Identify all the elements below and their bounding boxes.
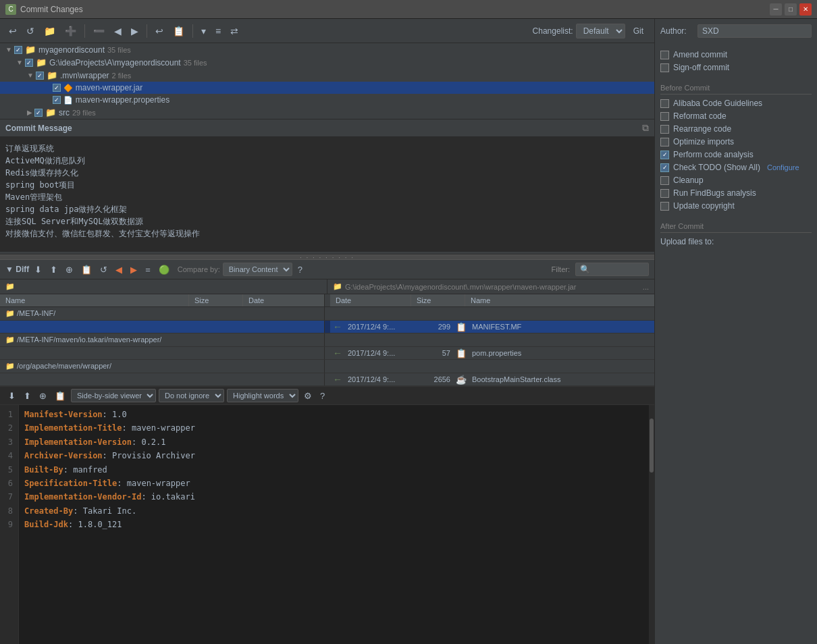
toolbar-refresh[interactable]: ↩: [5, 24, 20, 38]
code-scrollbar-thumb[interactable]: [650, 419, 654, 473]
manifest-left-size: [189, 321, 243, 333]
toolbar-separator-2: [147, 24, 147, 38]
center-divider-manifest: [325, 321, 330, 333]
reformat-label: Reformat code: [673, 111, 727, 121]
cv-up-btn[interactable]: ⬆: [21, 390, 34, 402]
checktodo-checkbox[interactable]: ✓: [660, 163, 669, 172]
pom-left-date: [243, 347, 324, 359]
side-by-side-select[interactable]: Side-by-side viewer: [71, 389, 156, 402]
findbugs-checkbox[interactable]: [660, 189, 669, 198]
table-row-manifest[interactable]: ← 2017/12/4 9:... 299 📋 MANIFEST.MF: [0, 321, 654, 333]
copyright-checkbox[interactable]: [660, 202, 669, 211]
line-num-6: 6: [5, 477, 13, 490]
path-more-button[interactable]: ...: [643, 283, 649, 291]
meta-inf-size-left: [189, 307, 243, 320]
toolbar-undo[interactable]: ↩: [152, 24, 167, 38]
author-input[interactable]: [697, 24, 812, 38]
table-row-maven[interactable]: 📁 /META-INF/maven/io.takari/maven-wrappe…: [0, 333, 654, 347]
amend-commit-checkbox[interactable]: [660, 51, 669, 59]
optimize-label: Optimize imports: [673, 137, 734, 146]
maven-size-left: [189, 333, 243, 346]
code-scrollbar[interactable]: [649, 405, 654, 644]
filter-input[interactable]: [590, 265, 644, 273]
diff-down-btn[interactable]: ⬇: [32, 263, 45, 276]
cv-help-btn[interactable]: ?: [317, 390, 327, 402]
checkbox-myagenordiscount[interactable]: ✓: [14, 46, 22, 54]
after-commit-title: After Commit: [660, 222, 812, 233]
commit-message-textarea[interactable]: 订单返现系统 ActiveMQ做消息队列 Redis做缓存持久化 spring …: [0, 137, 654, 252]
cv-copy-btn[interactable]: 📋: [52, 390, 68, 402]
copy-commit-message-button[interactable]: ⧉: [642, 122, 649, 134]
ignore-select[interactable]: Do not ignore: [159, 389, 224, 402]
toolbar-remove[interactable]: ➖: [90, 24, 108, 38]
toolbar-prev[interactable]: ◀: [111, 24, 125, 38]
tree-item-maven-wrapper-jar[interactable]: ✓ 🔶 maven-wrapper.jar: [0, 82, 654, 94]
toolbar-swap[interactable]: ⇄: [227, 24, 242, 38]
minimize-button[interactable]: ─: [770, 3, 782, 16]
tree-label-props: maven-wrapper.properties: [76, 95, 169, 105]
table-row-pom[interactable]: ← 2017/12/4 9:... 57 📋 pom.properties: [0, 347, 654, 360]
toolbar-folder[interactable]: 📁: [41, 24, 59, 38]
table-row-meta-inf[interactable]: 📁 /META-INF/: [0, 307, 654, 321]
table-row-org-apache[interactable]: 📁 /org/apache/maven/wrapper/: [0, 360, 654, 373]
compare-by-select[interactable]: Binary Content: [223, 263, 292, 276]
toolbar-add[interactable]: ➕: [61, 24, 80, 38]
maximize-button[interactable]: □: [785, 3, 797, 16]
amend-commit-row: Amend commit: [660, 50, 812, 59]
checkbox-props[interactable]: ✓: [53, 96, 61, 104]
signoff-commit-checkbox[interactable]: [660, 63, 669, 72]
checkbox-mvn[interactable]: ✓: [36, 72, 44, 80]
tree-arrow-6: ▶: [27, 109, 32, 116]
diff-copy-btn[interactable]: 📋: [78, 263, 95, 276]
changelist-select[interactable]: Default: [576, 24, 625, 38]
toolbar-menu[interactable]: ▾: [198, 24, 209, 38]
toolbar-next[interactable]: ▶: [128, 24, 142, 38]
tree-item-myagenordiscount[interactable]: ▼ ✓ 📁 myagenordiscount 35 files: [0, 43, 654, 56]
toolbar-reload[interactable]: ↺: [23, 24, 38, 38]
diff-help-btn[interactable]: ?: [295, 263, 305, 276]
rearrange-checkbox[interactable]: [660, 125, 669, 134]
line-num-8: 8: [5, 504, 13, 518]
diff-equal-btn[interactable]: =: [142, 263, 153, 276]
diff-refresh-btn[interactable]: ↺: [97, 263, 110, 276]
col-header-size-left: Size: [189, 294, 243, 306]
compare-by-label: Compare by:: [178, 265, 220, 273]
table-row-bootstrap[interactable]: ← 2017/12/4 9:... 2656 ☕ BootstrapMainSt…: [0, 373, 654, 386]
tree-item-mvn-wrapper[interactable]: ▼ ✓ 📁 .mvn\wrapper 2 files: [0, 69, 654, 82]
tree-item-src[interactable]: ▶ ✓ 📁 src 29 files: [0, 106, 654, 119]
alibaba-checkbox[interactable]: [660, 99, 669, 108]
code-line-5: Built-By: manfred: [24, 463, 643, 477]
cv-add-btn[interactable]: ⊕: [36, 390, 49, 402]
cleanup-checkbox[interactable]: [660, 176, 669, 185]
reformat-row: Reformat code: [660, 111, 812, 121]
tree-item-maven-wrapper-props[interactable]: ✓ 📄 maven-wrapper.properties: [0, 94, 654, 106]
configure-link[interactable]: Configure: [767, 163, 799, 171]
git-tab[interactable]: Git: [628, 24, 649, 38]
left-table-headers: Name Size Date: [0, 294, 325, 306]
diff-add-btn[interactable]: ⊕: [63, 263, 76, 276]
perform-checkbox[interactable]: ✓: [660, 151, 669, 159]
col-header-name-right: Name: [465, 294, 654, 306]
upload-row: Upload files to:: [660, 237, 812, 246]
diff-block-left[interactable]: ◀: [113, 263, 125, 276]
checkbox-project[interactable]: ✓: [25, 59, 33, 67]
toolbar-list[interactable]: ≡: [212, 24, 224, 38]
commit-message-section: Commit Message ⧉ 订单返现系统 ActiveMQ做消息队列 Re…: [0, 119, 654, 254]
tree-item-project-path[interactable]: ▼ ✓ 📁 G:\ideaProjects\A\myagenordiscount…: [0, 56, 654, 69]
checkbox-src[interactable]: ✓: [34, 109, 43, 117]
cv-settings-btn[interactable]: ⚙: [301, 390, 315, 402]
toolbar-copy[interactable]: 📋: [169, 24, 188, 38]
pom-file-icon: 📋: [453, 348, 469, 358]
before-commit-section: Before Commit Alibaba Code Guidelines Re…: [660, 84, 812, 214]
diff-divider[interactable]: · · · · · · · · ·: [0, 254, 654, 260]
close-button[interactable]: ✕: [799, 3, 812, 16]
optimize-checkbox[interactable]: [660, 138, 669, 146]
reformat-checkbox[interactable]: [660, 112, 669, 121]
checkbox-jar[interactable]: ✓: [53, 84, 61, 92]
diff-up-btn[interactable]: ⬆: [47, 263, 60, 276]
cv-down-btn[interactable]: ⬇: [5, 390, 18, 402]
highlight-select[interactable]: Highlight words: [227, 389, 298, 402]
diff-block-right[interactable]: ▶: [128, 263, 140, 276]
file-icon-jar: 🔶: [63, 84, 73, 92]
diff-green-btn[interactable]: 🟢: [156, 263, 172, 276]
